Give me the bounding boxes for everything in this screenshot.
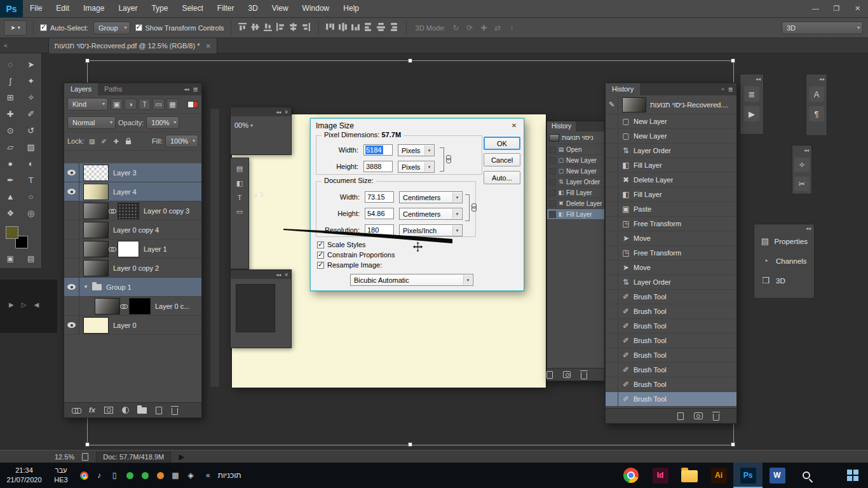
align-left-icon[interactable] bbox=[276, 22, 287, 33]
close-icon[interactable]: ✕ bbox=[284, 272, 288, 278]
menu-item-select[interactable]: Select bbox=[175, 0, 210, 17]
tab-history[interactable]: History bbox=[606, 83, 640, 95]
brush-tool[interactable]: ✐ bbox=[21, 105, 42, 122]
layer-thumbnail[interactable] bbox=[83, 203, 109, 219]
menu-item-edit[interactable]: Edit bbox=[49, 0, 76, 17]
transform-handle[interactable] bbox=[731, 442, 735, 447]
green-status-icon-2[interactable] bbox=[140, 470, 150, 480]
layer-visibility-toggle[interactable] bbox=[64, 163, 79, 182]
menu-item-3d[interactable]: 3D bbox=[241, 0, 264, 17]
foreground-color-swatch[interactable] bbox=[6, 226, 18, 239]
cancel-button[interactable]: Cancel bbox=[484, 153, 520, 166]
volume-icon[interactable]: ♪ bbox=[94, 470, 104, 480]
pixel-height-unit-dropdown[interactable]: Pixels ▾ bbox=[398, 161, 435, 173]
history-source-well[interactable] bbox=[606, 231, 618, 245]
layer-visibility-toggle[interactable] bbox=[64, 182, 79, 201]
new-snapshot-icon[interactable] bbox=[563, 371, 571, 378]
layer-name[interactable]: Layer 0 c... bbox=[155, 302, 189, 310]
align-top-icon[interactable] bbox=[238, 22, 248, 33]
auto-button[interactable]: Auto... bbox=[484, 171, 520, 184]
collapse-icon[interactable]: ◂◂ bbox=[806, 226, 811, 231]
zoom-level[interactable]: 12.5% bbox=[55, 453, 74, 461]
filter-type-layers-icon[interactable]: T bbox=[139, 98, 151, 110]
elliptical-marquee-tool[interactable]: ◌ bbox=[0, 56, 21, 72]
history-source-well[interactable] bbox=[549, 179, 556, 186]
fill-dropdown[interactable]: 100% ▾ bbox=[165, 135, 198, 147]
eyedropper-tool[interactable]: ✧ bbox=[21, 89, 42, 105]
new-layer-icon[interactable] bbox=[155, 407, 163, 414]
layer-visibility-toggle[interactable] bbox=[64, 259, 79, 277]
path-selection-tool[interactable]: ▲ bbox=[0, 188, 21, 205]
new-document-from-state-icon[interactable] bbox=[677, 412, 684, 420]
file-explorer-taskbar-icon[interactable] bbox=[675, 463, 704, 488]
lasso-tool[interactable]: ʃ bbox=[0, 72, 21, 89]
layer-name[interactable]: Layer 0 bbox=[113, 322, 137, 329]
history-state-brush-tool-17[interactable]: ✐Brush Tool bbox=[606, 363, 736, 377]
auto-select-checkbox[interactable]: Auto-Select: bbox=[40, 24, 88, 32]
tool-presets-panel-icon[interactable]: ✧ bbox=[794, 158, 810, 172]
collapse-icon[interactable]: ◂◂ bbox=[184, 86, 189, 92]
layer-mask-thumbnail[interactable] bbox=[118, 203, 139, 219]
menu-item-layer[interactable]: Layer bbox=[111, 0, 144, 17]
layer-filter-dropdown[interactable]: Kind ▾ bbox=[67, 98, 108, 111]
dist-top-icon[interactable] bbox=[325, 22, 336, 33]
chevron-left-icon[interactable]: « bbox=[0, 38, 11, 53]
gradient-tool[interactable]: ▨ bbox=[21, 139, 42, 155]
group-disclosure-triangle[interactable]: ▼ bbox=[83, 284, 88, 290]
blur-tool[interactable]: ● bbox=[0, 155, 21, 172]
history-state-move-10[interactable]: ➤Move bbox=[606, 261, 736, 275]
history-state-delete-layer-5[interactable]: ✖Delete Layer bbox=[547, 198, 604, 209]
document-info[interactable]: Doc: 57.7M/418.9M bbox=[96, 452, 171, 462]
new-snapshot-icon[interactable] bbox=[694, 412, 703, 419]
clone-stamp-tool[interactable]: ⊙ bbox=[0, 122, 21, 139]
history-state-new-layer-2[interactable]: ▢New Layer bbox=[547, 166, 604, 177]
filter-adjustment-layers-icon[interactable]: ◑ bbox=[125, 98, 137, 110]
dist-left-icon[interactable] bbox=[363, 22, 374, 33]
layer-mask-thumbnail[interactable] bbox=[118, 241, 139, 257]
layer-thumbnail[interactable] bbox=[83, 165, 109, 181]
prev-icon[interactable]: ◀ bbox=[34, 301, 39, 333]
history-state-move-8[interactable]: ➤Move bbox=[606, 231, 736, 246]
paragraph-panel-icon[interactable]: ¶ bbox=[809, 106, 824, 121]
opacity-dropdown[interactable]: 100% ▾ bbox=[146, 116, 179, 129]
history-snapshot-row[interactable]: ✎ ניסוי תנועות-Recovered.... bbox=[606, 95, 736, 114]
layer-visibility-toggle[interactable] bbox=[64, 316, 79, 334]
menu-item-type[interactable]: Type bbox=[144, 0, 175, 17]
collapse-icon[interactable]: ◂◂ bbox=[756, 76, 763, 82]
history-state-free-transform-9[interactable]: ◳Free Transform bbox=[606, 246, 736, 261]
history-source-well[interactable] bbox=[606, 202, 618, 216]
align-right-icon[interactable] bbox=[301, 22, 312, 33]
show-transform-controls-checkbox[interactable]: Show Transform Controls bbox=[135, 24, 224, 32]
collapse-icon[interactable]: ◂◂ bbox=[804, 147, 811, 153]
history-state-brush-tool-19[interactable]: ✐Brush Tool bbox=[606, 392, 736, 407]
panel-menu-icon[interactable]: ≣ bbox=[728, 86, 733, 93]
status-expand-icon[interactable]: ▶ bbox=[179, 452, 184, 461]
history-source-well[interactable] bbox=[606, 275, 618, 289]
history-source-well[interactable] bbox=[549, 211, 556, 218]
chrome-tray-icon[interactable] bbox=[79, 470, 89, 480]
doc-width-input[interactable] bbox=[365, 191, 394, 203]
doc-height-unit-dropdown[interactable]: Centimeters ▾ bbox=[399, 208, 463, 220]
tab-layers[interactable]: Layers bbox=[64, 83, 98, 95]
doc-width-unit-dropdown[interactable]: Centimeters ▾ bbox=[399, 191, 463, 203]
history-state-new-layer-0[interactable]: ▢New Layer bbox=[606, 114, 736, 129]
filter-toggle-switch[interactable] bbox=[187, 101, 198, 108]
dist-bottom-icon[interactable] bbox=[351, 22, 362, 33]
document-tab[interactable]: ניסוי תנועות-Recovered.pdf @ 12.5% (RGB/… bbox=[48, 38, 217, 53]
doc-height-input[interactable] bbox=[365, 208, 394, 219]
panel-menu-icon[interactable]: ≣ bbox=[193, 86, 198, 93]
transform-handle[interactable] bbox=[731, 58, 735, 63]
layer-thumbnail[interactable] bbox=[95, 298, 120, 315]
history-state-open-0[interactable]: ▤Open bbox=[547, 144, 604, 155]
history-state-layer-order-3[interactable]: ⇅Layer Order bbox=[547, 177, 604, 187]
menu-item-window[interactable]: Window bbox=[295, 0, 337, 17]
layer-row-layer-3[interactable]: Layer 3 bbox=[64, 163, 201, 182]
constrain-proportions-checkbox[interactable]: Constrain Proportions bbox=[317, 251, 395, 259]
history-source-well[interactable] bbox=[606, 392, 618, 406]
tab-close-icon[interactable]: ✕ bbox=[205, 43, 210, 50]
delete-state-icon[interactable] bbox=[580, 370, 588, 379]
layer-visibility-toggle[interactable] bbox=[64, 278, 79, 296]
search-taskbar-icon[interactable] bbox=[792, 463, 821, 488]
indesign-taskbar-icon[interactable]: Id bbox=[646, 463, 675, 488]
layer-row-layer-0[interactable]: Layer 0 bbox=[64, 316, 201, 335]
